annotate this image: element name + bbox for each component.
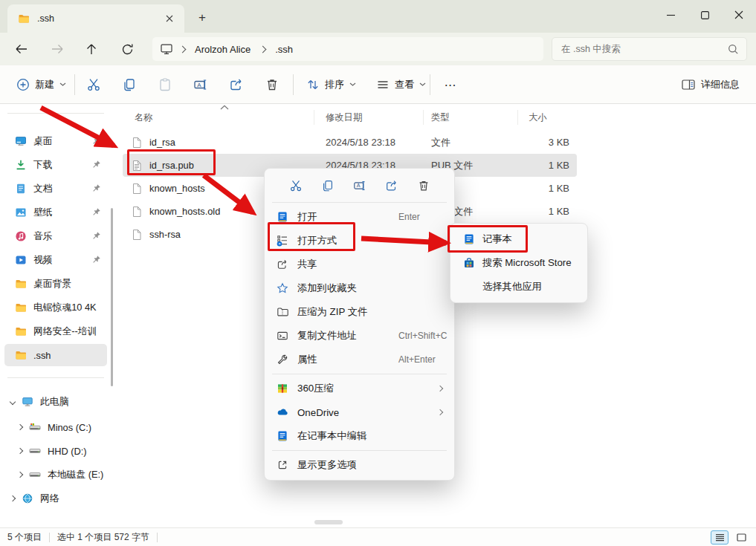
sidebar-item-wallpapers[interactable]: 壁纸 xyxy=(4,201,107,224)
column-header-type[interactable]: 类型 xyxy=(424,110,518,125)
forward-button[interactable] xyxy=(45,37,70,61)
sidebar-item-videos[interactable]: 视频 xyxy=(4,249,107,271)
chevron-right-icon[interactable] xyxy=(17,448,23,454)
refresh-button[interactable] xyxy=(114,37,140,61)
delete-button[interactable] xyxy=(257,71,287,98)
new-button[interactable]: 新建 xyxy=(9,71,74,98)
ms-store-icon xyxy=(463,257,475,269)
icons-view-button[interactable] xyxy=(732,530,750,545)
delete-icon xyxy=(417,179,430,192)
close-window-button[interactable] xyxy=(722,0,756,30)
rename-button[interactable]: A xyxy=(353,179,366,192)
cut-icon xyxy=(289,179,303,192)
menu-item-properties[interactable]: 属性 Alt+Enter xyxy=(268,348,451,371)
sidebar-item-desktop[interactable]: 桌面 xyxy=(4,130,107,152)
sidebar-item-saw10[interactable]: 电锯惊魂10 4K xyxy=(4,296,107,319)
share-button[interactable] xyxy=(385,179,398,192)
menu-divider xyxy=(272,450,447,451)
sidebar-item-documents[interactable]: 文档 xyxy=(4,178,107,200)
breadcrumb-separator-icon xyxy=(259,45,267,53)
menu-item-edit-in-notepad[interactable]: 在记事本中编辑 xyxy=(268,424,451,448)
submenu-item-label: 搜索 Microsoft Store xyxy=(482,256,572,270)
copy-path-icon xyxy=(277,330,288,342)
cut-button[interactable] xyxy=(79,71,109,98)
breadcrumb-item-ssh[interactable]: .ssh xyxy=(272,42,296,56)
sidebar-item-drive-c[interactable]: Minos (C:) xyxy=(12,416,114,438)
chevron-right-icon xyxy=(437,386,443,391)
sidebar-item-drive-e[interactable]: 本地磁盘 (E:) xyxy=(12,464,114,486)
file-blank-icon xyxy=(131,137,143,149)
delete-button[interactable] xyxy=(417,179,430,192)
icons-view-icon xyxy=(737,533,746,542)
tab-strip: .ssh + xyxy=(0,0,756,33)
sidebar-item-netsec[interactable]: 网络安全--培训 xyxy=(4,320,107,342)
delete-icon xyxy=(265,77,280,92)
maximize-button[interactable] xyxy=(688,0,722,30)
menu-item-360zip[interactable]: 360压缩 xyxy=(268,377,451,400)
details-view-button[interactable] xyxy=(711,530,728,545)
column-header-name[interactable]: 名称 xyxy=(123,110,314,125)
up-button[interactable] xyxy=(79,37,104,61)
monitor-icon xyxy=(160,42,173,56)
sidebar-item-this-pc[interactable]: 此电脑 xyxy=(4,391,107,413)
column-header-size[interactable]: 大小 xyxy=(518,110,577,125)
copy-button[interactable] xyxy=(321,179,335,192)
details-pane-button[interactable]: 详细信息 xyxy=(675,71,746,98)
notepad-icon xyxy=(277,211,288,223)
wrench-icon xyxy=(277,354,288,365)
menu-item-show-more-options[interactable]: 显示更多选项 xyxy=(268,453,451,477)
sidebar-item-network[interactable]: 网络 xyxy=(4,487,107,510)
sidebar-item-label: 本地磁盘 (E:) xyxy=(48,469,103,481)
chevron-right-icon[interactable] xyxy=(17,472,23,478)
context-menu: A 打开 Enter 打开方式 共享 添加到收藏夹 压缩为 ZIP 文件 xyxy=(264,168,455,481)
sidebar-item-drive-d[interactable]: HHD (D:) xyxy=(12,440,114,462)
submenu-item-search-store[interactable]: 搜索 Microsoft Store xyxy=(454,251,584,275)
file-name: known_hosts.old xyxy=(149,206,220,217)
sidebar-item-downloads[interactable]: 下载 xyxy=(4,154,107,176)
pin-icon xyxy=(92,136,101,145)
more-button[interactable]: ⋯ xyxy=(437,71,464,98)
share-button[interactable] xyxy=(222,71,251,98)
sidebar-scrollbar[interactable] xyxy=(111,208,113,386)
search-input[interactable] xyxy=(561,38,717,60)
item-count: 5 个项目 xyxy=(7,531,42,544)
tab-close-button[interactable] xyxy=(161,10,178,27)
sidebar-item-desktop-bg[interactable]: 桌面背景 xyxy=(4,273,107,295)
tab-title: .ssh xyxy=(37,13,161,24)
chevron-right-icon[interactable] xyxy=(10,495,16,501)
sort-button[interactable]: 排序 xyxy=(300,71,362,98)
tab-ssh[interactable]: .ssh xyxy=(7,4,184,33)
cut-button[interactable] xyxy=(289,179,303,192)
menu-item-add-favorites[interactable]: 添加到收藏夹 xyxy=(268,276,451,300)
column-header-date[interactable]: 修改日期 xyxy=(314,110,424,125)
back-button[interactable] xyxy=(9,37,34,61)
sidebar-item-music[interactable]: 音乐 xyxy=(4,225,107,247)
this-pc-icon xyxy=(22,396,33,408)
details-view-icon xyxy=(715,533,725,542)
back-icon xyxy=(15,43,28,55)
documents-icon xyxy=(15,183,27,195)
copy-button[interactable] xyxy=(114,71,144,98)
horizontal-scrollbar[interactable] xyxy=(314,520,343,524)
file-size: 1 KB xyxy=(518,177,577,200)
rename-button[interactable]: A xyxy=(186,71,216,98)
share-icon xyxy=(229,77,244,92)
highlight-box-notepad xyxy=(448,225,528,253)
sidebar-item-ssh[interactable]: .ssh xyxy=(4,344,107,366)
menu-shortcut: Ctrl+Shift+C xyxy=(398,331,447,341)
navigation-pane: 桌面 下载 文档 壁纸 音乐 视频 桌面 xyxy=(0,104,117,527)
breadcrumb-item-user[interactable]: Arolzoh Alice xyxy=(192,42,253,56)
paste-button[interactable] xyxy=(150,71,180,98)
new-tab-button[interactable]: + xyxy=(192,7,213,28)
submenu-item-choose-other-app[interactable]: 选择其他应用 xyxy=(454,275,584,299)
share-icon xyxy=(385,179,398,192)
menu-item-compress-zip[interactable]: 压缩为 ZIP 文件 xyxy=(268,300,451,324)
menu-item-copy-path[interactable]: 复制文件地址 Ctrl+Shift+C xyxy=(268,324,451,348)
minimize-button[interactable] xyxy=(653,0,688,30)
chevron-right-icon[interactable] xyxy=(17,424,23,430)
menu-item-onedrive[interactable]: OneDrive xyxy=(268,400,451,424)
paste-icon xyxy=(158,77,172,92)
view-button[interactable]: 查看 xyxy=(370,71,432,98)
menu-item-share[interactable]: 共享 xyxy=(268,253,451,276)
chevron-down-icon[interactable] xyxy=(10,399,16,405)
